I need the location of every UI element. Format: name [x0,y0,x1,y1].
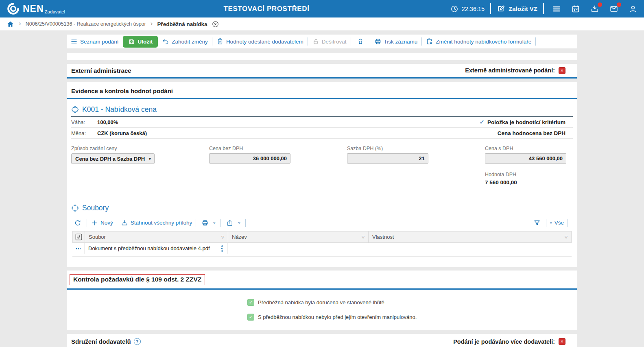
table-row[interactable]: Dokument s předběžnou nabídkou dodavatel… [72,243,572,254]
vat-amount-label: Hodnota DPH [485,172,566,177]
vat-rate-input[interactable] [347,153,428,164]
divider [351,37,351,46]
new-file-button[interactable]: Nový [91,219,113,227]
brand-name: NEN [23,4,44,13]
dropdown-triangle-icon: ▿ [213,220,215,225]
plus-icon [91,219,98,227]
submissions-list-button[interactable]: Seznam podání [70,38,119,45]
notification-dot [617,2,621,7]
check-icon: ✓ [479,118,485,126]
weight-label: Váha: [71,119,97,125]
close-tab-button[interactable] [212,20,219,28]
price-method-select[interactable]: Cena bez DPH a Sazba DPH ▾ [71,153,155,164]
price-excl-input[interactable] [209,153,290,164]
home-button[interactable] [7,20,14,28]
print-menu-button[interactable]: ▿ [200,219,217,227]
create-vz-button[interactable]: Založit VZ [497,4,537,13]
content-area: Seznam podání Uložit Zahodit změny Hodno [0,31,644,347]
close-circle-icon [212,20,219,28]
dropdown-triangle-icon: ▿ [550,220,552,225]
menu-icon [552,4,561,13]
divider [117,219,117,227]
undo-icon [162,38,169,45]
requirement-check-delivered: ✓ Předběžná nabídka byla doručena ve sta… [247,299,577,306]
requirement-check-untampered: ✓ S předběžnou nabídkou nebylo před její… [247,314,577,321]
consortium-title: Sdružení dodavatelů [71,338,131,345]
page: NEN Zadavatel TESTOVACÍ PROSTŘEDÍ 22:36:… [0,0,644,347]
chevron-down-icon: ▾ [148,156,151,161]
action-toolbar: Seznam podání Uložit Zahodit změny Hodno [67,35,577,48]
table-footer [72,254,572,257]
requirements-section: Kontrola požadavků dle § 109 odst. 2 ZZV… [67,271,577,330]
nen-logo[interactable]: NEN Zadavatel [7,2,65,15]
dropdown-triangle-icon: ▿ [238,220,240,225]
refresh-button[interactable] [72,219,83,227]
print-record-button[interactable]: Tisk záznamu [374,38,418,45]
calendar-button[interactable] [571,4,580,13]
printer-icon [374,38,382,45]
row-handle[interactable] [72,243,85,254]
clock-group: 22:36:15 [450,5,485,13]
nen-swirl-icon [7,2,20,15]
discard-changes-button[interactable]: Zahodit změny [162,38,208,45]
home-icon [7,20,14,28]
download-all-button[interactable]: Stáhnout všechny přílohy [121,219,192,227]
notification-dot [598,2,602,7]
chevron-right-icon: › [19,20,21,27]
save-button[interactable]: Uložit [123,36,158,48]
check-icon: ✓ [249,314,253,320]
green-checkbox[interactable]: ✓ [247,314,254,321]
change-form-values-button[interactable]: Změnit hodnoty nabídkového formuláře [426,38,531,45]
price-method-field: Způsob zadání ceny Cena bez DPH a Sazba … [71,146,209,164]
consortium-section: Sdružení dodavatelů ? Podání je podáváno… [67,334,577,347]
column-settings-button[interactable] [73,231,85,242]
price-incl-input[interactable] [485,153,566,164]
signature-button[interactable] [355,38,366,45]
files-title: Soubory [82,204,109,212]
help-button[interactable]: ? [134,338,141,345]
messages-button[interactable] [609,4,618,13]
unlock-icon [312,38,319,45]
filter-button[interactable] [532,219,542,227]
section-title: Evidence a kontrola hodnot podání [67,82,577,99]
red-x-icon: ✕ [560,68,563,73]
column-header-nazev[interactable]: Název ▽ [228,231,369,242]
view-filter-select[interactable]: ▿ Vše [550,220,564,226]
divider [212,37,212,46]
price-excl-field: Cena bez DPH [209,146,347,164]
dots-icon [80,248,81,249]
divider [67,288,577,290]
user-icon [629,4,637,13]
collapsed-panel [67,53,577,60]
breadcrumb-current[interactable]: Předběžná nabídka [157,21,207,27]
vat-rate-label: Sazba DPH (%) [347,146,485,151]
green-checkbox[interactable]: ✓ [247,299,254,306]
consortium-flag-toggle[interactable]: ✕ [559,338,565,345]
column-header-vlastnost[interactable]: Vlastnost ▽ [369,231,571,242]
external-admin-flag-toggle[interactable]: ✕ [559,67,565,74]
downloads-button[interactable] [590,4,599,13]
external-admin-section: Externí administrace Externě administrov… [67,64,577,79]
divider [543,3,544,14]
vat-rate-field: Sazba DPH (%) [347,146,485,164]
export-menu-button[interactable]: ▿ [225,219,242,227]
clock-time: 22:36:15 [462,6,485,12]
currency-label: Měna: [71,130,97,136]
menu-button[interactable] [552,4,561,13]
vat-amount-field: Hodnota DPH 7 560 000,00 [485,172,566,186]
user-button[interactable] [629,4,637,13]
file-property-cell [368,243,572,254]
file-name: Dokument s předběžnou nabídkou dodavatel… [88,245,210,251]
decrypt-button[interactable]: Dešifrovat [312,38,347,45]
currency-row: Měna: CZK (koruna česká) Cena hodnocena … [71,128,573,139]
dots-icon [76,248,77,249]
column-header-soubor[interactable]: Soubor ▽ [85,231,228,242]
row-menu-button[interactable] [220,244,224,253]
supplier-values-button[interactable]: Hodnoty odeslané dodavatelem [216,38,303,45]
files-table-header: Soubor ▽ Název ▽ Vlastnost ▽ [72,231,572,243]
edit-icon [497,4,505,13]
criterion-note: Položka je hodnotící kritérium [487,119,565,125]
divider [220,219,221,227]
breadcrumb-procurement-link[interactable]: N006/25/V00005136 - Realizace energetick… [26,21,146,27]
sort-icon: ▽ [565,235,568,239]
